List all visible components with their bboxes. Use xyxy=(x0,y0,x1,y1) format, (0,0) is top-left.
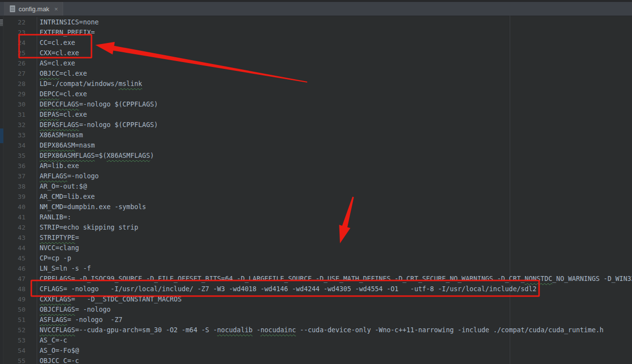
tab-label: config.mak xyxy=(19,5,49,13)
line-number[interactable]: 39 xyxy=(3,192,37,202)
line-number[interactable]: 24 xyxy=(3,38,37,48)
code-line[interactable]: CC=cl.exe xyxy=(37,38,75,48)
code-row: 33X86ASM=nasm xyxy=(3,130,632,140)
code-line[interactable]: NVCC=clang xyxy=(37,243,79,253)
line-number[interactable]: 43 xyxy=(3,233,37,243)
line-number[interactable]: 36 xyxy=(3,161,37,171)
typo-squiggle: ARFLAGS xyxy=(40,172,67,180)
code-row: 32DEPASFLAGS=-nologo $(CPPFLAGS) xyxy=(3,120,632,130)
line-number[interactable]: 29 xyxy=(3,89,37,99)
line-number[interactable]: 33 xyxy=(3,130,37,140)
typo-squiggle: NONSTDC xyxy=(525,275,552,282)
code-line[interactable]: AR=lib.exe xyxy=(37,161,79,171)
typo-squiggle: OBJCC_C xyxy=(40,357,67,364)
code-line[interactable]: X86ASM=nasm xyxy=(37,130,83,140)
code-row: 22INTRINSICS=none xyxy=(3,17,632,27)
line-number[interactable]: 40 xyxy=(3,202,37,212)
code-line[interactable]: INTRINSICS=none xyxy=(37,17,99,27)
line-number[interactable]: 50 xyxy=(3,304,37,315)
code-row: 52NVCCFLAGS=--cuda-gpu-arch=sm_30 -O2 -m… xyxy=(3,325,632,335)
line-number[interactable]: 23 xyxy=(3,27,37,38)
code-row: 37ARFLAGS=-nologo xyxy=(3,171,632,181)
code-row: 49CXXFLAGS= -D__STDC_CONSTANT_MACROS xyxy=(3,294,632,304)
code-line[interactable]: OBJCC=cl.exe xyxy=(37,68,87,79)
line-number[interactable]: 28 xyxy=(3,79,37,89)
line-number[interactable]: 25 xyxy=(3,48,37,58)
line-number[interactable]: 48 xyxy=(3,284,37,294)
code-row: 27OBJCC=cl.exe xyxy=(3,68,632,79)
code-line[interactable]: OBJCFLAGS= -nologo xyxy=(37,304,111,315)
typo-squiggle: nocudainc xyxy=(260,326,296,334)
line-number[interactable]: 52 xyxy=(3,325,37,335)
code-line[interactable]: DEPX86ASMFLAGS=$(X86ASMFLAGS) xyxy=(37,150,154,161)
code-line[interactable]: NM_CMD=dumpbin.exe -symbols xyxy=(37,202,146,212)
line-number[interactable]: 45 xyxy=(3,253,37,263)
line-number[interactable]: 55 xyxy=(3,356,37,364)
line-number[interactable]: 47 xyxy=(3,274,37,284)
line-number[interactable]: 35 xyxy=(3,150,37,161)
line-number[interactable]: 31 xyxy=(3,109,37,120)
code-line[interactable]: RANLIB=: xyxy=(37,212,71,222)
stripe-marker-icon xyxy=(0,20,3,26)
code-row: 23EXTERN_PREFIX= xyxy=(3,27,632,38)
code-line[interactable]: DEPAS=cl.exe xyxy=(37,109,87,120)
code-line[interactable]: OBJCC_C=-c xyxy=(37,356,79,364)
code-line[interactable]: CPPFLAGS= -D_ISOC99_SOURCE -D_FILE_OFFSE… xyxy=(37,274,632,284)
code-line[interactable]: CXXFLAGS= -D__STDC_CONSTANT_MACROS xyxy=(37,294,181,304)
code-line[interactable]: AS=cl.exe xyxy=(37,58,75,68)
code-line[interactable]: CXX=cl.exe xyxy=(37,48,79,58)
code-row: 40NM_CMD=dumpbin.exe -symbols xyxy=(3,202,632,212)
code-row: 30DEPCCFLAGS=-nologo $(CPPFLAGS) xyxy=(3,99,632,109)
code-line[interactable]: CP=cp -p xyxy=(37,253,71,263)
line-number[interactable]: 44 xyxy=(3,243,37,253)
code-line[interactable]: ASFLAGS= -nologo -Z7 xyxy=(37,315,122,325)
line-number[interactable]: 22 xyxy=(3,17,37,27)
code-line[interactable]: AS_O=-Fo$@ xyxy=(37,345,79,356)
line-number[interactable]: 30 xyxy=(3,99,37,109)
code-line[interactable]: DEPCC=cl.exe xyxy=(37,89,87,99)
code-row: 43STRIPTYPE= xyxy=(3,233,632,243)
code-line[interactable]: DEPASFLAGS=-nologo $(CPPFLAGS) xyxy=(37,120,158,130)
typo-squiggle: DEPCCFLAGS xyxy=(40,101,79,108)
code-row: 42STRIP=echo skipping strip xyxy=(3,222,632,233)
code-row: 53AS_C=-c xyxy=(3,335,632,345)
code-editor[interactable]: 22INTRINSICS=none23EXTERN_PREFIX=24CC=cl… xyxy=(3,16,632,364)
code-line[interactable]: STRIP=echo skipping strip xyxy=(37,222,138,233)
line-number[interactable]: 26 xyxy=(3,58,37,68)
code-row: 47CPPFLAGS= -D_ISOC99_SOURCE -D_FILE_OFF… xyxy=(3,274,632,284)
line-number[interactable]: 38 xyxy=(3,181,37,192)
typo-squiggle: NVCCFLAGS xyxy=(40,326,75,334)
code-line[interactable]: ARFLAGS=-nologo xyxy=(37,171,99,181)
code-line[interactable]: CFLAGS= -nologo -I/usr/local/include/ -Z… xyxy=(37,284,537,294)
line-number[interactable]: 46 xyxy=(3,263,37,274)
code-line[interactable]: DEPX86ASM=nasm xyxy=(37,140,95,150)
code-line[interactable]: LD=./compat/windows/mslink xyxy=(37,79,142,89)
code-line[interactable]: STRIPTYPE= xyxy=(37,233,79,243)
code-row: 48CFLAGS= -nologo -I/usr/local/include/ … xyxy=(3,284,632,294)
line-number[interactable]: 37 xyxy=(3,171,37,181)
line-number[interactable]: 54 xyxy=(3,345,37,356)
code-line[interactable]: DEPCCFLAGS=-nologo $(CPPFLAGS) xyxy=(37,99,158,109)
code-line[interactable]: EXTERN_PREFIX= xyxy=(37,27,95,38)
typo-squiggle: DEPAS xyxy=(40,111,59,118)
tab-config-mak[interactable]: config.mak × xyxy=(4,2,63,16)
line-number[interactable]: 49 xyxy=(3,294,37,304)
line-number[interactable]: 51 xyxy=(3,315,37,325)
line-number[interactable]: 27 xyxy=(3,68,37,79)
line-number[interactable]: 34 xyxy=(3,140,37,150)
line-number[interactable]: 42 xyxy=(3,222,37,233)
typo-squiggle: DEPX86ASMFLAGS xyxy=(40,152,95,159)
code-row: 41RANLIB=: xyxy=(3,212,632,222)
code-line[interactable]: AS_C=-c xyxy=(37,335,67,345)
code-row: 34DEPX86ASM=nasm xyxy=(3,140,632,150)
code-row: 25CXX=cl.exe xyxy=(3,48,632,58)
line-number[interactable]: 41 xyxy=(3,212,37,222)
code-line[interactable]: LN_S=ln -s -f xyxy=(37,263,91,274)
code-line[interactable]: AR_O=-out:$@ xyxy=(37,181,87,192)
code-line[interactable]: NVCCFLAGS=--cuda-gpu-arch=sm_30 -O2 -m64… xyxy=(37,325,604,335)
line-number[interactable]: 53 xyxy=(3,335,37,345)
line-number[interactable]: 32 xyxy=(3,120,37,130)
typo-squiggle: OBJCC xyxy=(40,70,59,77)
tab-close-icon[interactable]: × xyxy=(54,5,58,13)
code-line[interactable]: AR_CMD=lib.exe xyxy=(37,192,95,202)
